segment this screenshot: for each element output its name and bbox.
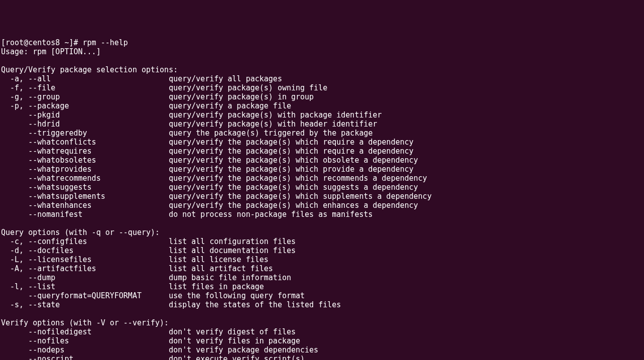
terminal-output: [root@centos8 ~]# rpm --help Usage: rpm … xyxy=(1,38,643,360)
